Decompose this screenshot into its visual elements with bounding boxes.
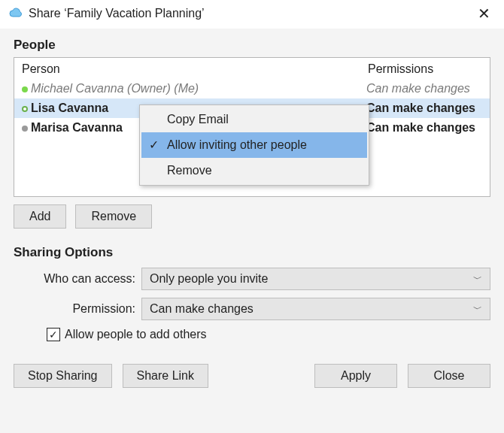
person-permission: Can make changes (366, 82, 482, 95)
allow-add-others-label: Allow people to add others (65, 328, 207, 341)
status-dot-icon (22, 126, 28, 132)
share-link-button[interactable]: Share Link (123, 364, 209, 388)
close-icon[interactable]: ✕ (472, 5, 496, 23)
apply-button[interactable]: Apply (314, 364, 397, 388)
people-section-label: People (14, 38, 490, 53)
status-dot-icon (22, 106, 28, 112)
window-title: Share ‘Family Vacation Planning’ (29, 7, 205, 20)
person-permission: Can make changes (366, 101, 482, 115)
person-row-owner[interactable]: Michael Cavanna (Owner) (Me) Can make ch… (14, 79, 490, 98)
permission-value: Can make changes (150, 302, 254, 316)
who-can-access-value: Only people you invite (150, 272, 268, 286)
status-dot-icon (22, 86, 28, 92)
check-icon: ✓ (49, 329, 58, 340)
checkbox-box: ✓ (47, 328, 60, 341)
remove-button[interactable]: Remove (75, 204, 152, 229)
permission-select[interactable]: Can make changes ﹀ (141, 298, 490, 320)
add-button[interactable]: Add (14, 204, 66, 229)
context-menu: Copy Email ✓ Allow inviting other people… (139, 104, 369, 186)
people-header: Person Permissions (14, 58, 490, 79)
menu-item-label: Allow inviting other people (167, 138, 307, 152)
close-button[interactable]: Close (408, 364, 490, 388)
permission-label: Permission: (14, 302, 141, 316)
stop-sharing-button[interactable]: Stop Sharing (14, 364, 112, 388)
menu-item-label: Copy Email (167, 113, 229, 126)
menu-item-allow-inviting[interactable]: ✓ Allow inviting other people (141, 132, 367, 158)
cloud-icon (8, 5, 24, 22)
person-permission: Can make changes (366, 121, 482, 135)
person-name: Michael Cavanna (Owner) (Me) (31, 82, 366, 95)
sharing-options-label: Sharing Options (14, 245, 490, 260)
menu-item-label: Remove (167, 164, 212, 177)
chevron-down-icon: ﹀ (473, 303, 482, 316)
who-can-access-select[interactable]: Only people you invite ﹀ (141, 268, 490, 290)
chevron-down-icon: ﹀ (473, 273, 482, 286)
titlebar: Share ‘Family Vacation Planning’ ✕ (0, 0, 504, 29)
column-person: Person (22, 62, 368, 76)
check-icon: ✓ (149, 138, 159, 152)
column-permissions: Permissions (368, 62, 482, 76)
who-can-access-label: Who can access: (14, 272, 141, 286)
people-list: Person Permissions Michael Cavanna (Owne… (14, 57, 490, 197)
menu-item-copy-email[interactable]: Copy Email (141, 107, 367, 132)
menu-item-remove[interactable]: Remove (141, 158, 367, 183)
allow-add-others-checkbox[interactable]: ✓ Allow people to add others (47, 328, 490, 341)
